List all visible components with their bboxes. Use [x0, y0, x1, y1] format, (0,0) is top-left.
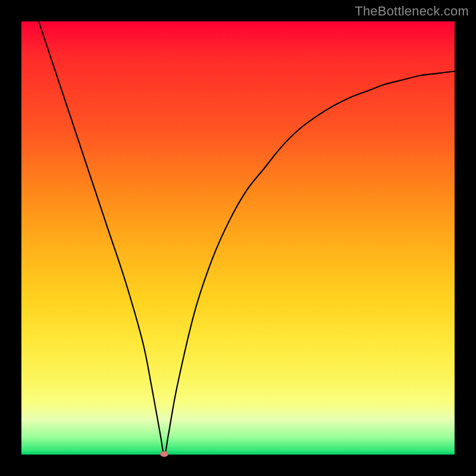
minimum-marker [160, 451, 168, 457]
bottleneck-curve [21, 21, 455, 455]
chart-frame: TheBottleneck.com [0, 0, 476, 476]
plot-area [21, 21, 455, 455]
watermark-text: TheBottleneck.com [355, 4, 469, 19]
curve-path [39, 21, 455, 455]
